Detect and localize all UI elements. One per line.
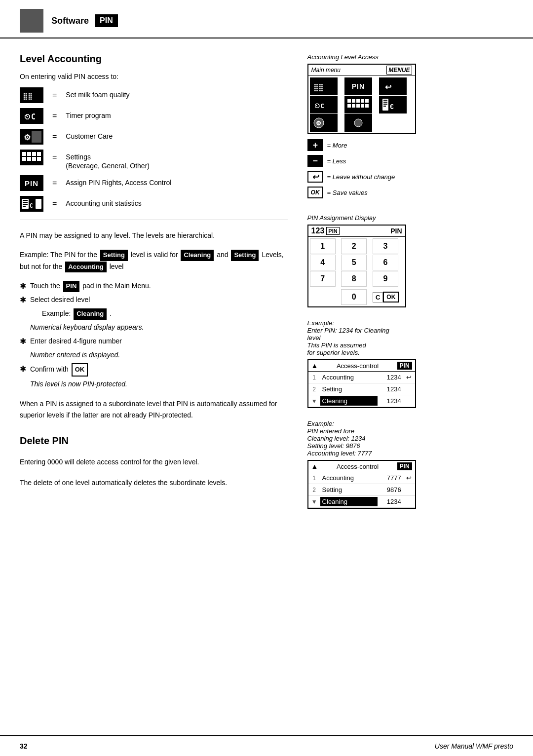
step-numerical: ✱ Numerical keyboard display appears. bbox=[20, 322, 288, 334]
access-row2-setting: 2 Setting 9876 bbox=[308, 484, 415, 496]
svg-rect-34 bbox=[361, 99, 364, 103]
access-row2-set-num: 2 bbox=[308, 487, 320, 493]
para-hierarchical: A PIN may be assigned to any level. The … bbox=[20, 230, 288, 241]
accounting-inline-badge: Accounting bbox=[65, 262, 107, 273]
access-row2-clean-arrow: ▼ bbox=[308, 498, 320, 505]
legend-less-text: = Less bbox=[327, 157, 346, 165]
access-row2-clean-name: Cleaning bbox=[320, 497, 378, 506]
timer-label: Timer program bbox=[66, 108, 111, 120]
mmd-main-menu: Main menu bbox=[311, 67, 341, 74]
section1-title: Level Accounting bbox=[20, 53, 288, 65]
svg-rect-20 bbox=[23, 204, 28, 205]
svg-rect-40 bbox=[365, 104, 369, 108]
legend-more: + = More bbox=[307, 139, 513, 151]
access-row1-pin: 1234 bbox=[378, 374, 403, 381]
access-title1: Access-control bbox=[337, 362, 379, 370]
legend-leave: ↩ = Leave without change bbox=[307, 171, 513, 183]
access-row2-cleaning: ▼ Cleaning 1234 bbox=[308, 496, 415, 508]
access-row1-accounting: 1 Accounting 1234 ↩ bbox=[308, 372, 415, 383]
pin-assign-icon: PIN bbox=[20, 175, 43, 191]
step-enter-four: ✱ Enter desired 4-figure number bbox=[20, 336, 288, 347]
svg-rect-39 bbox=[361, 104, 364, 108]
para-example: Example: The PIN for the Setting level i… bbox=[20, 249, 288, 273]
pad-123: 123 bbox=[311, 227, 325, 235]
pin-assignment-label: PIN Assignment Display bbox=[307, 214, 513, 222]
svg-text:⏲C: ⏲C bbox=[24, 113, 36, 121]
accounting-icon: € bbox=[20, 196, 43, 212]
pin-step-badge: PIN bbox=[63, 281, 80, 292]
mmd-cell-back: ↩ bbox=[379, 77, 407, 95]
settings-label: Settings(Beverage, General, Other) bbox=[66, 150, 150, 170]
access-table2: ▲ Access-control PIN 1 Accounting 7777 ↩… bbox=[307, 460, 416, 509]
para1-text: A PIN may be assigned to any level. The … bbox=[20, 231, 215, 239]
pad-4[interactable]: 4 bbox=[310, 255, 336, 270]
pad-8[interactable]: 8 bbox=[341, 271, 367, 287]
pad-c-button[interactable]: C bbox=[373, 292, 383, 302]
example2-line4: Accounting level: 7777 bbox=[307, 450, 372, 457]
svg-rect-45 bbox=[383, 104, 387, 105]
icon-row-settings: = Settings(Beverage, General, Other) bbox=[20, 150, 288, 170]
manual-title: User Manual WMF presto bbox=[435, 742, 513, 750]
header: Software PIN bbox=[0, 0, 533, 38]
pad-ok-button[interactable]: OK bbox=[383, 292, 399, 302]
access-title2: Access-control bbox=[337, 463, 379, 470]
svg-rect-10 bbox=[32, 152, 36, 156]
pad-3[interactable]: 3 bbox=[373, 238, 398, 254]
pad-2[interactable]: 2 bbox=[341, 238, 367, 254]
svg-rect-9 bbox=[27, 152, 31, 156]
access-row1-cleaning-arrow: ▼ bbox=[308, 398, 320, 405]
icon-row-timer: ⏲C = Timer program bbox=[20, 108, 288, 124]
pad-5[interactable]: 5 bbox=[341, 255, 367, 270]
pad-7[interactable]: 7 bbox=[310, 271, 336, 287]
pad-6[interactable]: 6 bbox=[373, 255, 398, 270]
access-table1-header: ▲ Access-control PIN bbox=[308, 360, 415, 372]
left-column: Level Accounting On entering valid PIN a… bbox=[20, 53, 288, 720]
svg-rect-46 bbox=[383, 106, 386, 107]
svg-rect-8 bbox=[22, 152, 26, 156]
access-up-arrow2: ▲ bbox=[311, 462, 318, 470]
legend-save: OK = Save values bbox=[307, 187, 513, 198]
svg-text:€: € bbox=[390, 103, 394, 111]
cleaning-step-badge: Cleaning bbox=[74, 308, 107, 320]
svg-text:⚙: ⚙ bbox=[316, 120, 321, 127]
step-confirm: ✱ Confirm with OK bbox=[20, 363, 288, 377]
example1-line2: level bbox=[307, 334, 321, 341]
access-row1-setting-name: Setting bbox=[320, 384, 378, 394]
example1-line3: This PIN is assumed bbox=[307, 341, 366, 349]
svg-rect-35 bbox=[365, 99, 369, 103]
pad-0[interactable]: 0 bbox=[341, 289, 367, 305]
step-example-cleaning: ✱ Example: Cleaning . bbox=[20, 308, 288, 320]
access-row2-clean-pin: 1234 bbox=[378, 498, 403, 505]
svg-rect-33 bbox=[356, 99, 360, 103]
mmd-cell-euro: € bbox=[379, 96, 407, 113]
access-pin-badge1: PIN bbox=[397, 362, 412, 370]
milkfoam-label: Set milk foam quality bbox=[66, 87, 129, 99]
svg-text:⚙: ⚙ bbox=[24, 133, 31, 142]
svg-text:⏲C: ⏲C bbox=[314, 102, 324, 110]
para2-and: and bbox=[217, 251, 228, 259]
mmd-cell-settings bbox=[344, 96, 372, 113]
access-row2-set-name: Setting bbox=[320, 485, 378, 494]
svg-rect-38 bbox=[356, 104, 360, 108]
access-row2-acc-name: Accounting bbox=[320, 473, 378, 483]
separator1 bbox=[20, 220, 288, 220]
svg-rect-31 bbox=[347, 99, 351, 103]
pad-header: 123 PIN PIN bbox=[308, 226, 405, 237]
mmd-header: Main menu MENUE bbox=[308, 65, 415, 76]
legend-more-text: = More bbox=[327, 142, 347, 149]
svg-rect-32 bbox=[352, 99, 355, 103]
pad-zero-row: 0 C OK bbox=[308, 288, 405, 306]
pad-1[interactable]: 1 bbox=[310, 238, 336, 254]
setting-inline-badge: Setting bbox=[100, 250, 128, 261]
pad-9[interactable]: 9 bbox=[373, 271, 398, 287]
note-text: When a PIN is assigned to a subordinate … bbox=[20, 400, 277, 418]
legend-block: + = More − = Less ↩ = Leave without chan… bbox=[307, 139, 513, 198]
less-icon: − bbox=[307, 155, 323, 167]
access-up-arrow1: ▲ bbox=[311, 362, 318, 370]
svg-text:⣿⣿: ⣿⣿ bbox=[23, 92, 33, 100]
care-icon: ⚙ bbox=[20, 129, 43, 145]
mmd-grid: ⣿⣿ PIN ↩ bbox=[308, 76, 415, 133]
para2-mid: level is valid for bbox=[131, 251, 178, 259]
example1-line4: for superior levels. bbox=[307, 349, 360, 356]
steps-section: ✱ Touch the PIN pad in the Main Menu. ✱ … bbox=[20, 280, 288, 390]
